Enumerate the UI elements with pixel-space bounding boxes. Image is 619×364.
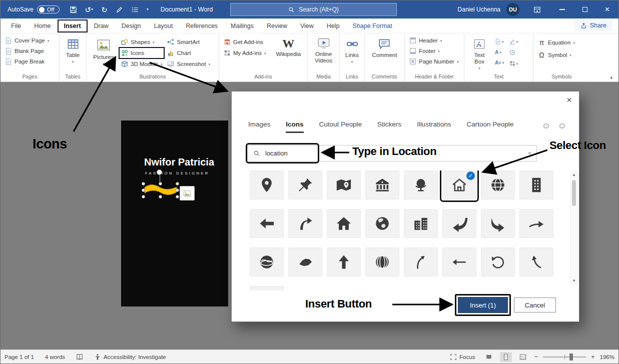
icon-tile-arrow-up-solid[interactable]: [327, 248, 361, 276]
icon-tile-globe-asia[interactable]: [250, 248, 284, 276]
cancel-button[interactable]: Cancel: [514, 298, 556, 312]
screenshot-button[interactable]: Screenshot▾: [167, 60, 210, 68]
icon-tile-map-europe[interactable]: [288, 248, 322, 276]
page-number-button[interactable]: Page Number▾: [409, 58, 458, 65]
icon-tile-globe-americas[interactable]: [481, 170, 515, 200]
icon-tile-partial-next-row[interactable]: [250, 286, 284, 290]
selection-handle-s[interactable]: [159, 195, 162, 198]
dialog-close-icon[interactable]: ×: [566, 94, 572, 106]
selection-handle-nw[interactable]: [142, 182, 145, 186]
selection-handle-n[interactable]: [159, 182, 162, 186]
get-addins-button[interactable]: Get Add-ins: [224, 38, 266, 46]
comment-button[interactable]: Comment: [370, 37, 399, 59]
dialog-scrollbar[interactable]: ▲ ▼: [570, 172, 577, 284]
icon-tile-map-with-pin[interactable]: [327, 170, 361, 200]
search-clear-icon[interactable]: ×: [527, 150, 531, 157]
tab-help[interactable]: Help: [320, 20, 346, 32]
minimize-button[interactable]: [551, 0, 573, 18]
icon-tile-globe-meridians[interactable]: [365, 248, 399, 276]
tab-home[interactable]: Home: [28, 20, 57, 32]
selection-handle-sw[interactable]: [142, 195, 145, 198]
accessibility-status[interactable]: Accessibility: Investigate: [94, 354, 166, 360]
tab-references[interactable]: References: [179, 20, 224, 32]
scroll-down-icon[interactable]: ▼: [572, 279, 576, 283]
links-button[interactable]: Links ▾: [343, 37, 361, 64]
insert-button[interactable]: Insert (1): [458, 297, 508, 313]
rotate-handle[interactable]: [157, 170, 162, 175]
quick-parts-button[interactable]: ▾: [495, 38, 504, 44]
undo-caret-icon[interactable]: ▾: [91, 8, 93, 12]
close-button[interactable]: ×: [596, 0, 618, 18]
titlebar-search[interactable]: Search (Alt+Q): [230, 3, 397, 16]
dialog-tab-cutout-people[interactable]: Cutout People: [319, 120, 362, 132]
icon-tile-location-pin[interactable]: [250, 170, 284, 200]
tab-mailings[interactable]: Mailings: [224, 20, 260, 32]
selection-handle-ne[interactable]: [176, 182, 179, 186]
tab-shape-format[interactable]: Shape Format: [346, 20, 399, 32]
icon-tile-arrow-left-thin[interactable]: [442, 248, 476, 276]
icons-button[interactable]: Icons: [121, 50, 162, 56]
maximize-button[interactable]: [573, 0, 596, 18]
design-card[interactable]: Nwifor Patricia FASHION DESIGNER: [121, 120, 228, 306]
emoji-feedback-icon[interactable]: ☺: [557, 120, 567, 131]
text-box-button[interactable]: Text Box ▾: [469, 37, 490, 70]
my-addins-button[interactable]: My Add-ins▾: [224, 50, 266, 56]
selection-handle-e[interactable]: [176, 188, 179, 192]
blank-page-button[interactable]: Blank Page: [5, 48, 44, 54]
icon-tile-globe-europe-africa[interactable]: [365, 209, 399, 238]
dialog-tab-images[interactable]: Images: [248, 120, 270, 132]
icon-tile-home-solid[interactable]: [327, 209, 361, 238]
zoom-in-button[interactable]: +: [591, 353, 595, 360]
tab-review[interactable]: Review: [260, 20, 294, 32]
pictures-button[interactable]: Pictures ▾: [91, 37, 116, 66]
smartart-button[interactable]: SmartArt: [167, 38, 210, 46]
tab-insert[interactable]: Insert: [58, 20, 88, 32]
online-videos-button[interactable]: Online Videos: [312, 36, 335, 64]
wikipedia-button[interactable]: W Wikipedia: [274, 37, 303, 58]
bullet-list-button[interactable]: [131, 6, 139, 14]
zoom-slider-thumb[interactable]: [569, 354, 573, 360]
autosave-switch[interactable]: Off: [37, 6, 59, 14]
print-layout-button[interactable]: [500, 352, 512, 362]
symbol-button[interactable]: ΩSymbol▾: [538, 51, 571, 59]
draw-touch-button[interactable]: [116, 6, 123, 14]
tab-design[interactable]: Design: [115, 20, 148, 32]
image-placeholder[interactable]: [180, 186, 195, 200]
wordart-button[interactable]: A▾: [495, 50, 504, 55]
tab-file[interactable]: File: [5, 20, 28, 32]
dialog-tab-cartoon-people[interactable]: Cartoon People: [466, 120, 513, 132]
object-button[interactable]: ▾: [509, 60, 518, 66]
undo-button[interactable]: ↺▾: [85, 6, 94, 14]
user-name[interactable]: Daniel Uchenna: [458, 6, 500, 13]
tab-draw[interactable]: Draw: [88, 20, 115, 32]
page-break-button[interactable]: Page Break: [5, 58, 45, 65]
icon-tile-pushpin[interactable]: [288, 170, 322, 200]
redo-button[interactable]: ↻: [101, 6, 108, 14]
icon-tile-city-buildings[interactable]: [404, 209, 438, 238]
dialog-tab-icons[interactable]: Icons: [286, 120, 303, 133]
icon-tile-arrow-curve-up-right[interactable]: [288, 209, 322, 238]
icon-tile-arrow-curve-up-thin[interactable]: [404, 248, 438, 276]
word-count[interactable]: 4 words: [45, 354, 65, 360]
icon-tile-arrow-hook-down-left[interactable]: [442, 209, 476, 238]
drop-cap-button[interactable]: A≡▾: [495, 60, 504, 66]
dialog-tab-stickers[interactable]: Stickers: [377, 120, 401, 132]
selection-handle-se[interactable]: [176, 195, 179, 198]
chart-button[interactable]: Chart: [167, 50, 210, 56]
customize-qat-caret-icon[interactable]: ▾: [147, 8, 149, 12]
icon-tile-desk-globe[interactable]: [404, 170, 438, 200]
icon-tile-arrow-left-solid[interactable]: [250, 209, 284, 238]
scrollbar-thumb[interactable]: [572, 180, 576, 206]
equation-button[interactable]: πEquation▾: [538, 38, 575, 46]
icon-tile-arrow-swoosh-right[interactable]: [519, 209, 553, 238]
cover-page-button[interactable]: Cover Page▾: [5, 37, 49, 44]
header-button[interactable]: Header▾: [409, 37, 442, 44]
icon-tile-arrow-up-left-thin[interactable]: [519, 248, 553, 276]
emoji-face-icon[interactable]: ☺: [541, 120, 551, 131]
icon-tile-house[interactable]: ✓: [442, 170, 476, 200]
icon-tile-office-building[interactable]: [519, 170, 553, 200]
zoom-out-button[interactable]: −: [534, 353, 538, 360]
autosave-toggle[interactable]: AutoSave Off: [8, 6, 60, 14]
selection-handle-w[interactable]: [142, 188, 145, 192]
avatar[interactable]: DU: [506, 3, 519, 16]
